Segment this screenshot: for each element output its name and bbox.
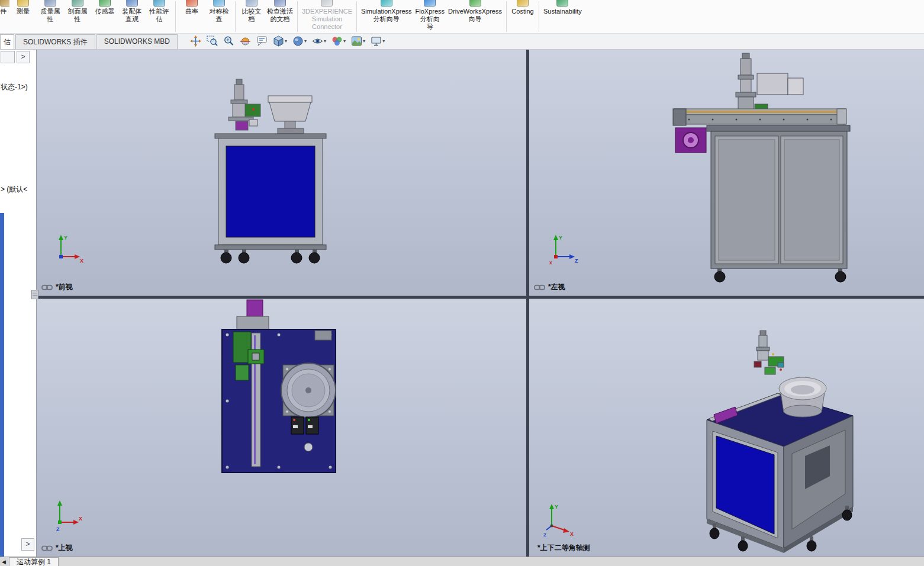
- dropdown-caret[interactable]: ▾: [285, 39, 287, 44]
- left-view-triad: Y Z X: [549, 232, 580, 266]
- isometric-view-triad: Y X Z: [543, 502, 577, 538]
- panel-blue-strip: [0, 213, 4, 557]
- toolbar-item-compare-documents[interactable]: 比较文 档: [238, 0, 265, 23]
- hide-show-items-icon: [312, 35, 323, 47]
- toolbar-item-simulationxpress-wizard[interactable]: SimulationXpress 分析向导: [359, 0, 414, 23]
- toolbar-item-section-properties[interactable]: 剖面属 性: [64, 0, 91, 23]
- toolbar-item-label: Costing: [511, 8, 533, 15]
- front-view-drawing: [37, 50, 526, 296]
- viewport-splitter-handle[interactable]: [31, 290, 38, 299]
- toolbar-item-curvature[interactable]: 曲率: [178, 0, 205, 15]
- toolbar-item-performance-evaluation[interactable]: 性能评 估: [146, 0, 173, 23]
- toolbar-item-costing[interactable]: Costing: [509, 0, 536, 15]
- previous-view-icon: [223, 35, 234, 47]
- toolbar-separator: [539, 1, 539, 32]
- status-bar: ◀ 运动算例 1: [0, 557, 924, 566]
- tab-solidworks-mbd[interactable]: SOLIDWORKS MBD: [96, 34, 178, 49]
- toolbar-item-label: 件: [0, 8, 7, 15]
- toolbar-item-label: 测量: [17, 8, 30, 15]
- display-style-button[interactable]: ▾: [291, 34, 308, 48]
- dropdown-caret[interactable]: ▾: [343, 39, 346, 44]
- view-settings-button[interactable]: ▾: [369, 34, 387, 48]
- motion-study-collapse-arrow[interactable]: ◀: [2, 559, 6, 565]
- toolbar-item-label: 比较文 档: [242, 8, 262, 23]
- floxpress-wizard-icon: [424, 0, 436, 7]
- ribbon-tab-row: 估SOLIDWORKS 插件SOLIDWORKS MBD ▾▾▾▾▾▾: [0, 34, 924, 50]
- panel-mini-toolbar: >: [0, 50, 36, 64]
- svg-text:X: X: [570, 531, 574, 537]
- toolbar-item-clipped-tool[interactable]: 件: [0, 0, 9, 15]
- apply-scene-icon: [351, 35, 362, 47]
- view-link-icon: [534, 284, 546, 291]
- previous-view-button[interactable]: [221, 34, 236, 48]
- svg-text:X: X: [80, 258, 83, 264]
- sensors-icon: [99, 0, 111, 7]
- ribbon-tabs: 估SOLIDWORKS 插件SOLIDWORKS MBD: [0, 33, 179, 49]
- toolbar-item-label: 曲率: [185, 8, 198, 15]
- toolbar-item-sensors[interactable]: 传感器: [91, 0, 118, 15]
- top-view-triad: X Z: [53, 497, 84, 532]
- panel-tab-stub[interactable]: [1, 51, 15, 63]
- svg-text:Y: Y: [559, 235, 562, 241]
- toolbar-item-symmetry-check[interactable]: 对称检 查: [205, 0, 233, 23]
- viewport-top[interactable]: X Z *上视: [37, 299, 526, 557]
- toolbar-item-sustainability[interactable]: Sustainability: [542, 0, 584, 15]
- apply-scene-button[interactable]: ▾: [349, 34, 367, 48]
- left-view-drawing: [529, 50, 924, 296]
- feature-manager-panel: > 状态-1>) > (默认< >: [0, 50, 37, 557]
- toolbar-item-3dexperience-simulation-connector: 3DEXPERIENCE Simulation Connector: [300, 0, 354, 31]
- section-view-button[interactable]: [238, 34, 253, 48]
- toolbar-item-assembly-visualization[interactable]: 装配体 直观: [118, 0, 146, 23]
- tab-evaluate[interactable]: 估: [0, 34, 14, 49]
- edit-appearance-icon: [331, 35, 343, 47]
- toolbar-item-label: 检查激活 的文档: [267, 8, 293, 23]
- tab-solidworks-addins[interactable]: SOLIDWORKS 插件: [15, 34, 95, 49]
- hide-show-items-button[interactable]: ▾: [310, 34, 328, 48]
- toolbar-item-label: SimulationXpress 分析向导: [361, 8, 412, 23]
- assembly-visualization-icon: [126, 0, 138, 7]
- motion-study-tab[interactable]: 运动算例 1: [9, 557, 59, 566]
- svg-text:X: X: [79, 516, 82, 522]
- panel-expand-button[interactable]: >: [17, 51, 30, 63]
- simulationxpress-wizard-icon: [381, 0, 392, 7]
- feature-tree-text: 状态-1>): [1, 82, 28, 92]
- viewport-left[interactable]: Y Z X *左视: [529, 50, 924, 296]
- toolbar-item-check-active-document[interactable]: 检查激活 的文档: [265, 0, 295, 23]
- mass-properties-icon: [44, 0, 56, 7]
- dropdown-caret[interactable]: ▾: [382, 39, 385, 44]
- viewport-label-left: *左视: [534, 282, 565, 292]
- viewport-isometric[interactable]: Y X Z *上下二等角轴测: [529, 299, 924, 557]
- top-view-drawing: [37, 299, 526, 557]
- toolbar-item-label: 装配体 直观: [123, 8, 142, 23]
- dropdown-caret[interactable]: ▾: [363, 39, 365, 44]
- toolbar-separator: [235, 1, 236, 32]
- driveworksxpress-wizard-icon: [469, 0, 481, 7]
- zoom-fit-button[interactable]: [188, 34, 203, 48]
- view-name: *上下二等角轴测: [537, 543, 590, 553]
- viewport-label-top: *上视: [41, 543, 73, 553]
- dynamic-annotation-views-icon: [256, 35, 268, 47]
- toolbar-item-floxpress-wizard[interactable]: FloXpress 分析向 导: [414, 0, 447, 31]
- edit-appearance-button[interactable]: ▾: [330, 34, 347, 48]
- toolbar-item-label: 质量属 性: [41, 8, 60, 23]
- toolbar-item-label: 性能评 估: [150, 8, 169, 23]
- toolbar-item-label: Sustainability: [543, 8, 582, 15]
- toolbar-item-driveworksxpress-wizard[interactable]: DriveWorksXpress 向导: [446, 0, 504, 23]
- toolbar-item-label: 3DEXPERIENCE Simulation Connector: [302, 8, 352, 31]
- front-view-triad: Y X: [54, 232, 85, 266]
- toolbar-separator: [506, 1, 507, 32]
- zoom-area-button[interactable]: [205, 34, 220, 48]
- toolbar-item-measure[interactable]: 测量: [9, 0, 37, 15]
- dynamic-annotation-views-button[interactable]: [255, 34, 269, 48]
- view-orientation-button[interactable]: ▾: [271, 34, 289, 48]
- viewport-front[interactable]: Y X *前视: [37, 50, 526, 296]
- sustainability-icon: [556, 0, 568, 7]
- panel-expand-button-bottom[interactable]: >: [21, 538, 34, 551]
- view-orientation-icon: [273, 35, 284, 47]
- view-link-icon: [41, 545, 53, 552]
- dropdown-caret[interactable]: ▾: [324, 39, 326, 44]
- toolbar-item-label: DriveWorksXpress 向导: [448, 8, 502, 23]
- viewport-label-isometric: *上下二等角轴测: [537, 543, 590, 553]
- dropdown-caret[interactable]: ▾: [304, 39, 307, 44]
- toolbar-item-mass-properties[interactable]: 质量属 性: [37, 0, 64, 23]
